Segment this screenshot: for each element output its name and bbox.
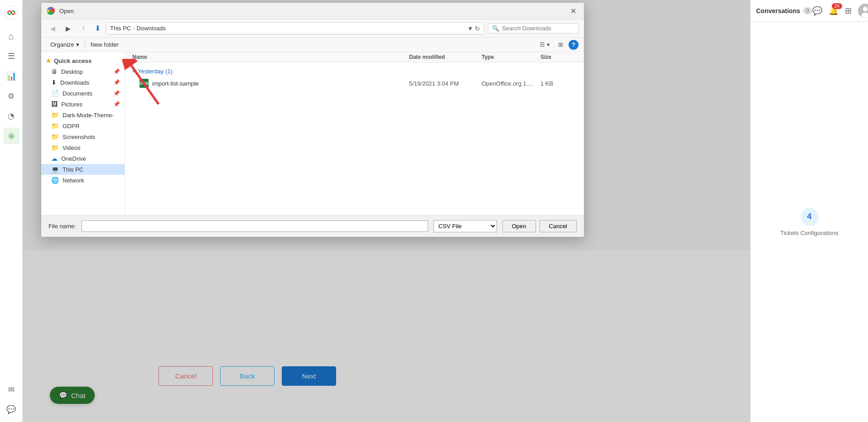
search-icon: 🔍 bbox=[492, 25, 499, 32]
right-panel-header: Conversations 0 💬 🔔 24 ⊞ bbox=[751, 0, 868, 22]
address-dropdown-icon[interactable]: ▾ bbox=[468, 24, 472, 33]
downloads-icon: ⬇ bbox=[51, 79, 57, 86]
conversations-title-area: Conversations 0 bbox=[756, 7, 812, 14]
group-collapse-icon[interactable]: ▾ bbox=[132, 68, 135, 74]
col-size-header: Size bbox=[540, 54, 577, 60]
address-refresh-icon[interactable]: ↻ bbox=[475, 25, 480, 32]
right-panel-body: 4 Tickets Configurations bbox=[751, 22, 868, 422]
file-date: 5/19/2021 3:04 PM bbox=[409, 80, 482, 87]
nav-item-network[interactable]: 🌐 Network bbox=[41, 175, 125, 186]
nav-settings[interactable]: ⚙ bbox=[3, 88, 19, 104]
dark-mode-folder-icon: 📁 bbox=[51, 111, 59, 119]
quick-access-label: Quick access bbox=[54, 58, 92, 64]
nav-item-documents[interactable]: 📄 Documents 📌 bbox=[41, 88, 125, 99]
dialog-title: Open bbox=[59, 8, 74, 14]
nav-item-this-pc[interactable]: 💻 This PC bbox=[41, 164, 125, 175]
nav-home[interactable]: ⌂ bbox=[3, 28, 19, 44]
nav-back-button[interactable]: ◀ bbox=[47, 23, 58, 34]
organize-dropdown-icon: ▾ bbox=[76, 41, 79, 48]
col-type-header: Type bbox=[482, 54, 540, 60]
search-input[interactable] bbox=[502, 25, 574, 32]
dialog-overlay: Open ✕ ◀ ▶ ↑ ⬇ This PC › Downloads bbox=[23, 0, 750, 422]
desktop-pin-icon: 📌 bbox=[113, 68, 120, 75]
dialog-titlebar: Open ✕ bbox=[41, 3, 584, 19]
file-group-yesterday: ▾ Yesterday (1) bbox=[129, 66, 580, 77]
address-downloads: Downloads bbox=[137, 25, 166, 32]
conversations-title: Conversations bbox=[756, 7, 800, 14]
notification-icon[interactable]: 🔔 24 bbox=[829, 6, 839, 16]
main-area: Cancel Back Next 💬 Chat Open ✕ ◀ ▶ ↑ bbox=[23, 0, 750, 422]
nav-item-documents-label: Documents bbox=[63, 90, 92, 97]
organize-right: ☰ ▾ ⊞ ? bbox=[537, 39, 579, 50]
nav-item-onedrive[interactable]: ☁ OneDrive bbox=[41, 153, 125, 164]
address-bar[interactable]: This PC › Downloads ▾ ↻ bbox=[106, 22, 484, 34]
svg-point-4 bbox=[863, 7, 868, 11]
user-avatar[interactable] bbox=[858, 4, 868, 18]
organize-left: Organize ▾ New folder bbox=[47, 39, 122, 50]
file-name-cell: ODS import-list-sample bbox=[140, 79, 409, 88]
nav-email[interactable]: ✉ bbox=[3, 381, 19, 398]
organize-button[interactable]: Organize ▾ bbox=[47, 39, 83, 50]
view-panes-button[interactable]: ⊞ bbox=[555, 39, 566, 50]
dialog-toolbar: ◀ ▶ ↑ ⬇ This PC › Downloads ▾ ↻ bbox=[41, 19, 584, 38]
file-list: ▾ Yesterday (1) ODS import-list-sample 5… bbox=[125, 62, 584, 215]
address-breadcrumb: This PC › Downloads bbox=[110, 25, 466, 32]
file-name-input[interactable] bbox=[82, 221, 428, 232]
new-folder-label: New folder bbox=[91, 41, 119, 48]
nav-item-dark-mode[interactable]: 📁 Dark-Mode-Theme- bbox=[41, 110, 125, 120]
address-separator: › bbox=[133, 25, 135, 32]
nav-item-desktop[interactable]: 🖥 Desktop 📌 bbox=[41, 66, 125, 77]
screenshots-folder-icon: 📁 bbox=[51, 133, 59, 140]
nav-item-pictures[interactable]: 🖼 Pictures 📌 bbox=[41, 99, 125, 110]
file-group-label: Yesterday (1) bbox=[138, 68, 173, 75]
this-pc-icon: 💻 bbox=[51, 166, 59, 173]
nav-item-screenshots-label: Screenshots bbox=[63, 134, 95, 140]
chat-panel-icon[interactable]: 💬 bbox=[812, 6, 822, 16]
nav-contacts[interactable]: ☰ bbox=[3, 48, 19, 64]
file-row[interactable]: ODS import-list-sample 5/19/2021 3:04 PM… bbox=[129, 77, 580, 90]
right-panel-icons: 💬 🔔 24 ⊞ bbox=[812, 4, 868, 18]
nav-item-screenshots[interactable]: 📁 Screenshots bbox=[41, 131, 125, 142]
dialog-close-button[interactable]: ✕ bbox=[568, 5, 579, 16]
nav-item-pictures-label: Pictures bbox=[61, 101, 82, 108]
download-icon: ⬇ bbox=[95, 24, 101, 33]
file-name: import-list-sample bbox=[152, 80, 199, 87]
app-sidebar: ⌂ ☰ 📊 ⚙ ◔ ⊕ ✉ 💬 bbox=[0, 0, 23, 422]
search-box: 🔍 bbox=[488, 23, 579, 34]
dialog-footer-buttons: Open Cancel bbox=[502, 220, 577, 232]
file-dialog: Open ✕ ◀ ▶ ↑ ⬇ This PC › Downloads bbox=[41, 2, 584, 237]
nav-item-videos[interactable]: 📁 Videos bbox=[41, 142, 125, 153]
nav-chat[interactable]: 💬 bbox=[3, 401, 19, 417]
onedrive-icon: ☁ bbox=[51, 155, 58, 162]
quick-access-star-icon: ★ bbox=[46, 58, 51, 64]
nav-history[interactable]: ◔ bbox=[3, 108, 19, 124]
grid-icon[interactable]: ⊞ bbox=[845, 6, 852, 16]
nav-search[interactable]: ⊕ bbox=[3, 128, 19, 144]
organize-label: Organize bbox=[50, 41, 74, 48]
dialog-cancel-button[interactable]: Cancel bbox=[540, 220, 577, 232]
help-button[interactable]: ? bbox=[569, 40, 579, 50]
downloads-pin-icon: 📌 bbox=[113, 79, 120, 86]
nav-item-this-pc-label: This PC bbox=[63, 166, 83, 173]
ticket-config-label: Tickets Configurations bbox=[780, 230, 838, 236]
titlebar-left: Open bbox=[47, 7, 74, 15]
nav-item-dark-mode-label: Dark-Mode-Theme- bbox=[63, 112, 114, 119]
nav-reports[interactable]: 📊 bbox=[3, 68, 19, 84]
nav-forward-button[interactable]: ▶ bbox=[62, 23, 74, 34]
new-folder-button[interactable]: New folder bbox=[87, 39, 122, 50]
pictures-icon: 🖼 bbox=[51, 101, 58, 108]
nav-quick-access-header[interactable]: ★ Quick access bbox=[41, 56, 125, 66]
dialog-footer: File name: CSV File Open Cancel bbox=[41, 215, 584, 237]
gdpr-folder-icon: 📁 bbox=[51, 122, 59, 129]
nav-item-onedrive-label: OneDrive bbox=[61, 155, 86, 162]
view-details-button[interactable]: ☰ ▾ bbox=[537, 39, 553, 50]
organize-separator bbox=[85, 41, 85, 48]
file-type-select[interactable]: CSV File bbox=[434, 220, 497, 232]
nav-item-gdpr[interactable]: 📁 GDPR bbox=[41, 120, 125, 131]
address-this-pc: This PC bbox=[110, 25, 131, 32]
app-logo[interactable] bbox=[3, 5, 19, 21]
videos-folder-icon: 📁 bbox=[51, 144, 59, 151]
dialog-open-button[interactable]: Open bbox=[502, 220, 536, 232]
nav-item-downloads[interactable]: ⬇ Downloads 📌 bbox=[41, 77, 125, 88]
nav-up-button[interactable]: ↑ bbox=[77, 23, 89, 34]
